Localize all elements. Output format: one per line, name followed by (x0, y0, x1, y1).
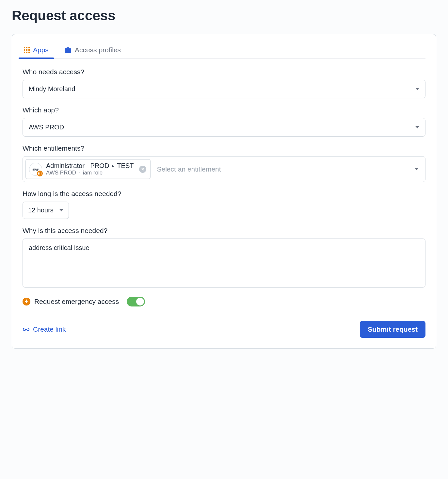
svg-rect-12 (38, 173, 39, 174)
tab-profiles-label: Access profiles (75, 46, 121, 54)
entitlement-sub-type: iam role (83, 170, 103, 176)
duration-select[interactable]: 12 hours (23, 202, 69, 219)
svg-rect-6 (24, 52, 25, 53)
separator-dot: · (79, 170, 80, 176)
svg-rect-7 (26, 52, 27, 53)
who-select[interactable]: Mindy Moreland (23, 80, 425, 98)
form-footer: Create link Submit request (23, 321, 425, 338)
emergency-label: Request emergency access (34, 298, 119, 306)
apps-badge-icon (36, 170, 43, 177)
arrow-right-icon: ▸ (112, 163, 114, 169)
chevron-down-icon (415, 126, 419, 128)
entitlement-dropdown-trigger[interactable]: Select an entitlement (154, 165, 423, 173)
reason-textarea[interactable] (23, 239, 425, 288)
remove-entitlement-button[interactable] (139, 166, 146, 173)
svg-rect-5 (28, 49, 30, 51)
duration-value: 12 hours (28, 206, 54, 214)
bolt-icon (23, 298, 30, 306)
svg-rect-17 (41, 174, 41, 175)
who-label: Who needs access? (23, 68, 425, 76)
tab-access-profiles[interactable]: Access profiles (63, 43, 122, 58)
briefcase-icon (64, 47, 72, 53)
create-link-label: Create link (33, 325, 66, 333)
chevron-down-icon (415, 168, 419, 170)
apps-grid-icon (24, 47, 30, 53)
svg-rect-4 (26, 49, 27, 51)
svg-rect-3 (24, 49, 25, 51)
page-title: Request access (12, 8, 436, 24)
svg-rect-9 (38, 172, 39, 173)
svg-rect-0 (24, 47, 25, 48)
chevron-down-icon (415, 88, 419, 90)
tab-apps[interactable]: Apps (23, 43, 50, 58)
request-form-card: Apps Access profiles Who needs access? M… (12, 34, 436, 349)
emergency-row: Request emergency access (23, 297, 425, 306)
app-label: Which app? (23, 106, 425, 114)
chevron-down-icon (59, 209, 63, 211)
svg-rect-11 (41, 172, 41, 173)
svg-rect-10 (40, 172, 40, 173)
entitlement-title-a: Administrator - PROD (46, 162, 109, 170)
toggle-knob (136, 298, 144, 306)
entitlement-sub-app: AWS PROD (46, 170, 76, 176)
who-value: Mindy Moreland (29, 85, 75, 93)
tabs: Apps Access profiles (23, 43, 425, 59)
reason-label: Why is this access needed? (23, 227, 425, 235)
svg-rect-2 (28, 47, 30, 48)
duration-label: How long is the access needed? (23, 190, 425, 198)
svg-rect-13 (40, 173, 40, 174)
entitlement-title-b: TEST (117, 162, 134, 170)
svg-rect-16 (40, 174, 40, 175)
svg-rect-15 (38, 174, 39, 175)
entitlement-chip-icon-wrap: aws (29, 163, 42, 176)
entitlement-chip: aws Administrator - PROD ▸ TEST AWS PROD… (25, 159, 151, 179)
entitlement-chip-sub: AWS PROD · iam role (46, 170, 134, 176)
svg-rect-1 (26, 47, 27, 48)
entitlements-select[interactable]: aws Administrator - PROD ▸ TEST AWS PROD… (23, 156, 425, 182)
svg-rect-8 (28, 52, 30, 53)
tab-apps-label: Apps (33, 46, 49, 54)
entitlement-chip-title: Administrator - PROD ▸ TEST (46, 162, 134, 170)
link-icon (23, 325, 30, 333)
emergency-toggle[interactable] (127, 297, 145, 306)
entitlements-label: Which entitlements? (23, 144, 425, 152)
app-value: AWS PROD (29, 124, 64, 131)
create-link-button[interactable]: Create link (23, 325, 66, 333)
entitlement-placeholder: Select an entitlement (157, 165, 221, 173)
submit-button[interactable]: Submit request (360, 321, 425, 338)
svg-rect-14 (41, 173, 41, 174)
app-select[interactable]: AWS PROD (23, 118, 425, 137)
